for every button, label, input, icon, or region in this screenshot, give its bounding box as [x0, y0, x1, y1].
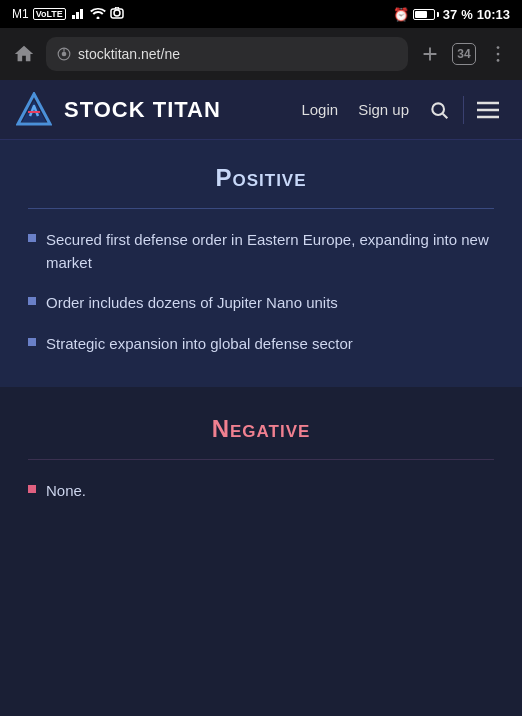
browser-bar: stocktitan.net/ne 34: [0, 28, 522, 80]
svg-rect-1: [76, 12, 79, 19]
svg-point-13: [432, 103, 444, 115]
signup-link[interactable]: Sign up: [350, 95, 417, 124]
status-left: M1 VoLTE: [12, 7, 124, 22]
svg-line-14: [443, 113, 448, 118]
camera-icon: [110, 7, 124, 22]
battery-icon: [413, 9, 439, 20]
volte-badge: VoLTE: [33, 8, 66, 20]
main-content: Positive Secured first defense order in …: [0, 140, 522, 716]
add-tab-button[interactable]: [416, 40, 444, 68]
list-item: Strategic expansion into global defense …: [28, 333, 494, 356]
positive-item-3: Strategic expansion into global defense …: [46, 333, 353, 356]
svg-point-3: [114, 10, 120, 16]
svg-rect-0: [72, 15, 75, 19]
svg-point-6: [62, 52, 67, 57]
status-right: ⏰ 37% 10:13: [393, 7, 510, 22]
alarm-icon: ⏰: [393, 7, 409, 22]
login-link[interactable]: Login: [293, 95, 346, 124]
svg-point-8: [497, 46, 500, 49]
list-item: Order includes dozens of Jupiter Nano un…: [28, 292, 494, 315]
svg-point-10: [497, 59, 500, 62]
list-item: None.: [28, 480, 494, 503]
search-button[interactable]: [421, 92, 457, 128]
list-item: Secured first defense order in Eastern E…: [28, 229, 494, 274]
menu-button[interactable]: [470, 92, 506, 128]
wifi-icon: [90, 7, 106, 22]
positive-heading: Positive: [28, 164, 494, 192]
url-security-icon: [56, 46, 72, 62]
carrier-label: M1: [12, 7, 29, 21]
url-bar[interactable]: stocktitan.net/ne: [46, 37, 408, 71]
bullet-icon: [28, 297, 36, 305]
bullet-icon: [28, 234, 36, 242]
negative-section: Negative None.: [0, 387, 522, 535]
negative-heading: Negative: [28, 415, 494, 443]
svg-rect-2: [80, 9, 83, 19]
signal-icon: [72, 7, 86, 22]
bullet-icon: [28, 485, 36, 493]
header-divider: [463, 96, 464, 124]
positive-item-1: Secured first defense order in Eastern E…: [46, 229, 494, 274]
positive-bullet-list: Secured first defense order in Eastern E…: [28, 229, 494, 355]
logo-icon: [16, 92, 52, 128]
browser-actions: 34: [416, 40, 512, 68]
home-button[interactable]: [10, 40, 38, 68]
site-title: STOCK TITAN: [64, 97, 281, 123]
positive-section: Positive Secured first defense order in …: [0, 140, 522, 387]
url-text: stocktitan.net/ne: [78, 46, 180, 62]
time-display: 10:13: [477, 7, 510, 22]
negative-item-1: None.: [46, 480, 86, 503]
positive-divider: [28, 208, 494, 209]
negative-bullet-list: None.: [28, 480, 494, 503]
header-nav: Login Sign up: [293, 92, 506, 128]
status-bar: M1 VoLTE ⏰ 37% 10:13: [0, 0, 522, 28]
bullet-icon: [28, 338, 36, 346]
negative-divider: [28, 459, 494, 460]
more-menu-button[interactable]: [484, 40, 512, 68]
positive-item-2: Order includes dozens of Jupiter Nano un…: [46, 292, 338, 315]
svg-point-9: [497, 53, 500, 56]
tab-count-badge[interactable]: 34: [452, 43, 476, 65]
site-header: STOCK TITAN Login Sign up: [0, 80, 522, 140]
battery-percent: 37: [443, 7, 457, 22]
